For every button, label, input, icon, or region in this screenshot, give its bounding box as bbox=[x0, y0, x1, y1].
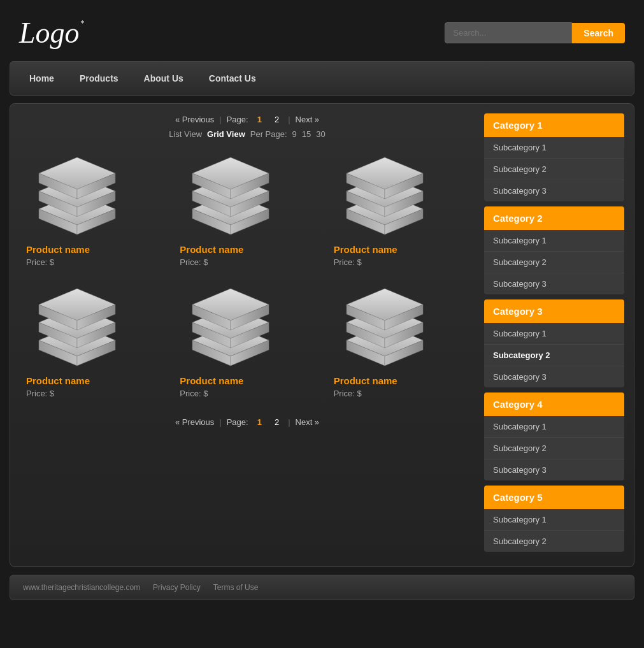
category-block-1: Category 1 Subcategory 1 Subcategory 2 S… bbox=[484, 113, 624, 201]
product-price: Price: $ bbox=[180, 257, 208, 267]
footer-link-site[interactable]: www.theritagechristiancollege.com bbox=[23, 583, 140, 592]
page-2-link[interactable]: 2 bbox=[271, 113, 283, 126]
product-name: Product name bbox=[180, 244, 243, 255]
product-card[interactable]: Product name Price: $ bbox=[327, 280, 475, 405]
category-5-sub-2[interactable]: Subcategory 2 bbox=[484, 531, 624, 552]
next-page-link-bottom[interactable]: Next » bbox=[296, 417, 320, 427]
sidebar: Category 1 Subcategory 1 Subcategory 2 S… bbox=[484, 113, 624, 557]
page-label-bottom: Page: bbox=[227, 417, 248, 427]
category-1-sub-1[interactable]: Subcategory 1 bbox=[484, 137, 624, 159]
nav-item-about[interactable]: About Us bbox=[131, 62, 196, 95]
category-4-sub-1[interactable]: Subcategory 1 bbox=[484, 416, 624, 438]
search-bar: Search bbox=[445, 22, 625, 43]
footer: www.theritagechristiancollege.com Privac… bbox=[10, 575, 634, 600]
category-3-sub-2[interactable]: Subcategory 2 bbox=[484, 345, 624, 366]
list-view-button[interactable]: List View bbox=[169, 129, 202, 139]
nav-bar: Home Products About Us Contact Us bbox=[10, 61, 634, 96]
pagination-top: « Previous | Page: 1 2 | Next » List Vie… bbox=[20, 113, 475, 139]
footer-link-terms[interactable]: Terms of Use bbox=[213, 583, 259, 592]
category-1-sub-2[interactable]: Subcategory 2 bbox=[484, 159, 624, 180]
per-page-9[interactable]: 9 bbox=[292, 129, 297, 139]
category-5-header[interactable]: Category 5 bbox=[484, 486, 624, 509]
nav-item-contact[interactable]: Contact Us bbox=[196, 62, 269, 95]
product-image bbox=[180, 286, 282, 375]
per-page-label: Per Page: bbox=[250, 129, 287, 139]
product-card[interactable]: Product name Price: $ bbox=[173, 148, 320, 273]
category-3-header[interactable]: Category 3 bbox=[484, 299, 624, 323]
category-2-header[interactable]: Category 2 bbox=[484, 206, 624, 230]
category-block-5: Category 5 Subcategory 1 Subcategory 2 bbox=[484, 486, 624, 552]
grid-view-button[interactable]: Grid View bbox=[207, 129, 245, 139]
category-4-header[interactable]: Category 4 bbox=[484, 392, 624, 416]
footer-link-privacy[interactable]: Privacy Policy bbox=[153, 583, 201, 592]
search-button[interactable]: Search bbox=[572, 23, 625, 43]
pagination-bottom: « Previous | Page: 1 2 | Next » bbox=[20, 416, 475, 432]
product-card[interactable]: Product name Price: $ bbox=[173, 280, 320, 405]
product-image bbox=[180, 155, 282, 244]
product-card[interactable]: Product name Price: $ bbox=[20, 148, 167, 273]
page-label: Page: bbox=[227, 115, 248, 124]
product-name: Product name bbox=[26, 244, 90, 255]
logo: Logo* bbox=[19, 16, 80, 50]
product-grid: Product name Price: $ Product name Price… bbox=[20, 148, 475, 405]
product-name: Product name bbox=[334, 244, 397, 255]
category-1-header[interactable]: Category 1 bbox=[484, 113, 624, 137]
product-price: Price: $ bbox=[334, 389, 362, 398]
product-price: Price: $ bbox=[26, 389, 54, 398]
product-card[interactable]: Product name Price: $ bbox=[20, 280, 167, 405]
category-4-sub-2[interactable]: Subcategory 2 bbox=[484, 438, 624, 459]
product-card[interactable]: Product name Price: $ bbox=[327, 148, 475, 273]
main-area: « Previous | Page: 1 2 | Next » List Vie… bbox=[10, 103, 634, 567]
next-page-link[interactable]: Next » bbox=[296, 115, 320, 124]
category-3-sub-1[interactable]: Subcategory 1 bbox=[484, 323, 624, 345]
nav-item-products[interactable]: Products bbox=[67, 62, 131, 95]
product-name: Product name bbox=[180, 375, 243, 386]
prev-page-link[interactable]: « Previous bbox=[175, 115, 214, 124]
page-1-link[interactable]: 1 bbox=[254, 113, 266, 126]
per-page-15[interactable]: 15 bbox=[302, 129, 311, 139]
category-block-3: Category 3 Subcategory 1 Subcategory 2 S… bbox=[484, 299, 624, 387]
product-image bbox=[26, 155, 128, 244]
product-price: Price: $ bbox=[180, 389, 208, 398]
product-name: Product name bbox=[334, 375, 397, 386]
prev-page-link-bottom[interactable]: « Previous bbox=[175, 417, 214, 427]
category-3-sub-3[interactable]: Subcategory 3 bbox=[484, 366, 624, 387]
per-page-30[interactable]: 30 bbox=[316, 129, 325, 139]
category-2-sub-3[interactable]: Subcategory 3 bbox=[484, 273, 624, 294]
products-section: « Previous | Page: 1 2 | Next » List Vie… bbox=[20, 113, 475, 557]
logo-star: * bbox=[81, 18, 85, 28]
category-5-sub-1[interactable]: Subcategory 1 bbox=[484, 509, 624, 531]
category-block-2: Category 2 Subcategory 1 Subcategory 2 S… bbox=[484, 206, 624, 294]
product-image bbox=[334, 155, 436, 244]
category-block-4: Category 4 Subcategory 1 Subcategory 2 S… bbox=[484, 392, 624, 480]
category-4-sub-3[interactable]: Subcategory 3 bbox=[484, 459, 624, 480]
product-name: Product name bbox=[26, 375, 90, 386]
header: Logo* Search bbox=[10, 10, 634, 56]
page-1-link-bottom[interactable]: 1 bbox=[254, 416, 266, 428]
product-image bbox=[26, 286, 128, 375]
category-2-sub-1[interactable]: Subcategory 1 bbox=[484, 230, 624, 252]
product-price: Price: $ bbox=[26, 257, 54, 267]
product-price: Price: $ bbox=[334, 257, 362, 267]
search-input[interactable] bbox=[445, 22, 572, 43]
page-2-link-bottom[interactable]: 2 bbox=[271, 416, 283, 428]
category-1-sub-3[interactable]: Subcategory 3 bbox=[484, 180, 624, 201]
category-2-sub-2[interactable]: Subcategory 2 bbox=[484, 252, 624, 273]
nav-item-home[interactable]: Home bbox=[17, 62, 67, 95]
product-image bbox=[334, 286, 436, 375]
